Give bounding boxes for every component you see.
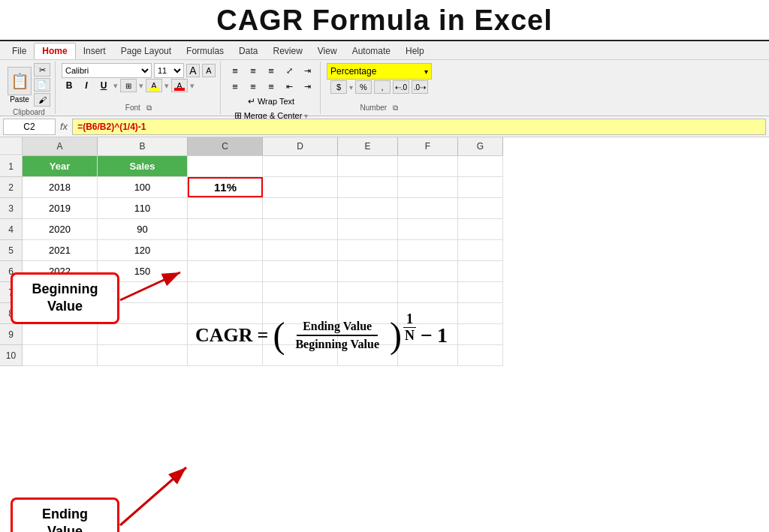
- bold-button[interactable]: B: [62, 79, 77, 92]
- align-right-button[interactable]: ≡: [263, 79, 279, 94]
- underline-dropdown[interactable]: ▾: [113, 81, 118, 91]
- cell-a1[interactable]: Year: [23, 156, 98, 176]
- cell-c3[interactable]: [188, 198, 263, 218]
- fill-color-button[interactable]: A: [146, 79, 162, 92]
- cell-g10[interactable]: [458, 345, 503, 365]
- tab-insert[interactable]: Insert: [76, 44, 113, 59]
- cell-b1[interactable]: Sales: [98, 156, 188, 176]
- cell-a4[interactable]: 2020: [23, 219, 98, 239]
- paste-button[interactable]: 📋 Paste: [8, 67, 32, 104]
- tab-home[interactable]: Home: [34, 43, 75, 59]
- cell-f4[interactable]: [398, 219, 458, 239]
- cell-g8[interactable]: [458, 303, 503, 323]
- currency-button[interactable]: $: [330, 80, 347, 94]
- cell-g2[interactable]: [458, 177, 503, 197]
- cell-f7[interactable]: [398, 282, 458, 302]
- italic-button[interactable]: I: [79, 79, 94, 92]
- cut-button[interactable]: ✂: [34, 63, 50, 77]
- cell-d5[interactable]: [263, 240, 338, 260]
- tab-view[interactable]: View: [310, 44, 345, 59]
- increase-indent-button[interactable]: ⇥: [299, 79, 315, 94]
- col-header-c[interactable]: C: [188, 137, 263, 155]
- cell-g3[interactable]: [458, 198, 503, 218]
- align-top-button[interactable]: ≡: [227, 63, 243, 78]
- cell-f2[interactable]: [398, 177, 458, 197]
- font-size-down-button[interactable]: A: [202, 64, 216, 77]
- name-box[interactable]: [3, 119, 56, 135]
- cell-e3[interactable]: [338, 198, 398, 218]
- cell-e5[interactable]: [338, 240, 398, 260]
- tab-data[interactable]: Data: [231, 44, 265, 59]
- font-color-dropdown[interactable]: ▾: [190, 81, 195, 91]
- cell-e7[interactable]: [338, 282, 398, 302]
- cell-c6[interactable]: [188, 261, 263, 281]
- font-size-select[interactable]: 11: [154, 63, 184, 78]
- cell-a10[interactable]: [23, 345, 98, 365]
- cell-d6[interactable]: [263, 261, 338, 281]
- align-left-button[interactable]: ≡: [227, 79, 243, 94]
- decrease-indent-button[interactable]: ⇤: [281, 79, 297, 94]
- cell-g6[interactable]: [458, 261, 503, 281]
- cell-c5[interactable]: [188, 240, 263, 260]
- cell-g7[interactable]: [458, 282, 503, 302]
- align-middle-button[interactable]: ≡: [245, 63, 261, 78]
- cell-b5[interactable]: 120: [98, 240, 188, 260]
- decrease-decimal-button[interactable]: ⇠.0: [393, 80, 409, 94]
- col-header-f[interactable]: F: [398, 137, 458, 155]
- cell-e6[interactable]: [338, 261, 398, 281]
- tab-formulas[interactable]: Formulas: [179, 44, 231, 59]
- border-dropdown[interactable]: ▾: [139, 81, 143, 91]
- font-size-up-button[interactable]: A: [186, 64, 200, 77]
- copy-button[interactable]: 📄: [34, 78, 50, 92]
- percent-button[interactable]: %: [355, 80, 372, 94]
- increase-decimal-button[interactable]: .0⇢: [412, 80, 428, 94]
- underline-button[interactable]: U: [96, 79, 111, 92]
- cell-b3[interactable]: 110: [98, 198, 188, 218]
- cell-d2[interactable]: [263, 177, 338, 197]
- cell-d1[interactable]: [263, 156, 338, 176]
- indent-button[interactable]: ⇥: [299, 63, 315, 78]
- font-color-button[interactable]: A: [171, 79, 188, 92]
- cell-d4[interactable]: [263, 219, 338, 239]
- tab-help[interactable]: Help: [398, 44, 432, 59]
- currency-dropdown[interactable]: ▾: [349, 83, 353, 92]
- number-format-select[interactable]: Percentage ▾: [327, 63, 432, 80]
- fill-dropdown[interactable]: ▾: [164, 81, 169, 91]
- cell-a9[interactable]: [23, 324, 98, 344]
- align-center-button[interactable]: ≡: [245, 79, 261, 94]
- cell-c1[interactable]: [188, 156, 263, 176]
- font-name-select[interactable]: Calibri: [62, 63, 152, 78]
- cell-c2[interactable]: 11%: [188, 177, 263, 197]
- cell-b9[interactable]: [98, 324, 188, 344]
- cell-f5[interactable]: [398, 240, 458, 260]
- cell-a3[interactable]: 2019: [23, 198, 98, 218]
- cell-b4[interactable]: 90: [98, 219, 188, 239]
- cell-g5[interactable]: [458, 240, 503, 260]
- wrap-text-button[interactable]: ↵ Wrap Text: [244, 95, 298, 108]
- col-header-b[interactable]: B: [98, 137, 188, 155]
- tab-review[interactable]: Review: [265, 44, 309, 59]
- cell-g1[interactable]: [458, 156, 503, 176]
- align-bottom-button[interactable]: ≡: [263, 63, 279, 78]
- cell-g4[interactable]: [458, 219, 503, 239]
- format-painter-button[interactable]: 🖌: [34, 93, 50, 107]
- number-format-dropdown[interactable]: ▾: [424, 68, 428, 76]
- formula-input[interactable]: =(B6/B2)^(1/4)-1: [72, 119, 766, 135]
- cell-f6[interactable]: [398, 261, 458, 281]
- cell-g9[interactable]: [458, 324, 503, 344]
- border-button[interactable]: ⊞: [120, 79, 137, 92]
- cell-e2[interactable]: [338, 177, 398, 197]
- cell-a2[interactable]: 2018: [23, 177, 98, 197]
- cell-b2[interactable]: 100: [98, 177, 188, 197]
- cell-a5[interactable]: 2021: [23, 240, 98, 260]
- col-header-g[interactable]: G: [458, 137, 503, 155]
- cell-d7[interactable]: [263, 282, 338, 302]
- cell-f3[interactable]: [398, 198, 458, 218]
- text-angle-button[interactable]: ⤢: [281, 63, 297, 78]
- cell-b10[interactable]: [98, 345, 188, 365]
- tab-page-layout[interactable]: Page Layout: [113, 44, 179, 59]
- tab-file[interactable]: File: [5, 44, 34, 59]
- cell-c4[interactable]: [188, 219, 263, 239]
- col-header-a[interactable]: A: [23, 137, 98, 155]
- col-header-d[interactable]: D: [263, 137, 338, 155]
